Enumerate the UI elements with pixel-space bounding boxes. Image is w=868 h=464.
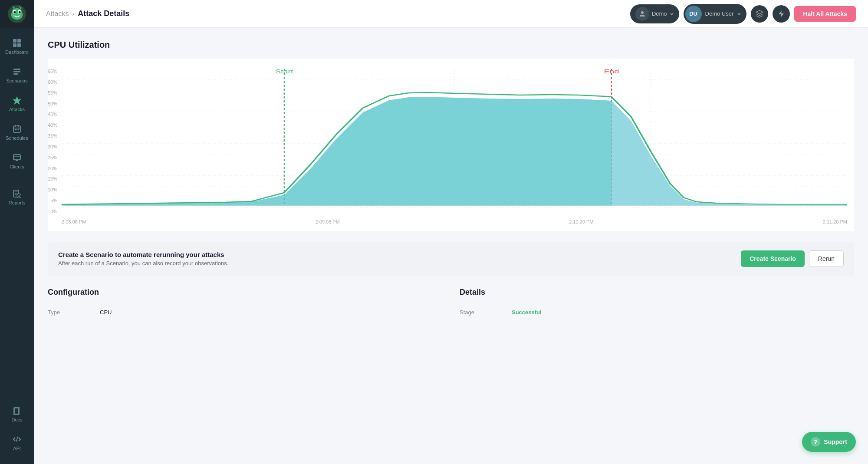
sidebar-item-schedules[interactable]: Schedules bbox=[0, 118, 34, 147]
scenario-banner-title: Create a Scenario to automate rerunning … bbox=[58, 251, 228, 258]
svg-marker-38 bbox=[756, 10, 763, 14]
user-chevron-icon bbox=[737, 12, 741, 16]
chart-x-axis: 2:08:08 PM 2:09:08 PM 2:10:20 PM 2:11:20… bbox=[62, 217, 847, 224]
svg-marker-19 bbox=[13, 96, 21, 105]
svg-rect-13 bbox=[17, 39, 21, 43]
svg-rect-27 bbox=[13, 155, 20, 160]
sidebar-nav: Dashboard Scenarios Attacks bbox=[0, 28, 34, 400]
sidebar-item-dashboard[interactable]: Dashboard bbox=[0, 32, 34, 61]
scenario-actions: Create Scenario Rerun bbox=[741, 250, 844, 267]
support-icon: ? bbox=[811, 437, 820, 447]
header-right: Demo DU Demo User Halt All Atta bbox=[630, 4, 856, 24]
support-button[interactable]: ? Support bbox=[802, 432, 856, 452]
start-label: Start bbox=[275, 69, 293, 75]
svg-point-5 bbox=[13, 11, 16, 13]
clients-icon bbox=[12, 153, 22, 162]
svg-point-37 bbox=[641, 11, 644, 14]
sidebar-item-label: Reports bbox=[9, 200, 26, 205]
header: Attacks › Attack Details Demo DU Demo Us… bbox=[34, 0, 868, 28]
scenarios-icon bbox=[12, 67, 22, 76]
svg-rect-9 bbox=[15, 16, 16, 17]
workspace-icon bbox=[635, 7, 649, 21]
reports-icon bbox=[12, 189, 22, 198]
scenario-banner-desc: After each run of a Scenario, you can al… bbox=[58, 260, 228, 267]
svg-rect-17 bbox=[13, 71, 20, 72]
details-stage-label: Stage bbox=[460, 309, 512, 316]
avatar: DU bbox=[685, 6, 702, 22]
sidebar: Dashboard Scenarios Attacks bbox=[0, 0, 34, 464]
create-scenario-button[interactable]: Create Scenario bbox=[741, 250, 805, 267]
lightning-icon bbox=[778, 10, 784, 18]
configuration-section: Configuration Type CPU bbox=[48, 288, 442, 321]
sidebar-item-label: Schedules bbox=[6, 135, 28, 141]
lightning-button[interactable] bbox=[773, 5, 790, 23]
breadcrumb-separator: › bbox=[72, 10, 74, 17]
details-section: Details Stage Successful bbox=[460, 288, 854, 321]
user-label: Demo User bbox=[705, 10, 734, 17]
details-stage-row: Stage Successful bbox=[460, 304, 854, 321]
svg-rect-15 bbox=[17, 43, 21, 47]
config-type-label: Type bbox=[48, 309, 100, 316]
chart-visualization: Start End bbox=[62, 69, 847, 217]
sidebar-item-label: API bbox=[13, 446, 21, 451]
sidebar-item-label: Scenarios bbox=[7, 78, 28, 83]
workspace-chevron-icon bbox=[670, 12, 674, 16]
chart-title: CPU Utilization bbox=[48, 40, 854, 50]
svg-rect-10 bbox=[16, 16, 17, 18]
svg-point-24 bbox=[15, 129, 16, 130]
sidebar-item-clients[interactable]: Clients bbox=[0, 147, 34, 175]
workspace-label: Demo bbox=[652, 10, 667, 17]
breadcrumb-parent[interactable]: Attacks bbox=[46, 10, 69, 18]
sidebar-item-reports[interactable]: Reports bbox=[0, 183, 34, 211]
svg-rect-16 bbox=[13, 69, 20, 70]
svg-point-35 bbox=[17, 194, 21, 198]
rerun-button[interactable]: Rerun bbox=[809, 250, 844, 267]
docs-icon bbox=[12, 406, 22, 415]
sidebar-item-label: Attacks bbox=[9, 107, 25, 112]
breadcrumb: Attacks › Attack Details bbox=[46, 9, 129, 18]
chart-y-axis: 65% 60% 55% 50% 45% 40% 35% 30% 25% 20% … bbox=[48, 69, 62, 224]
content-area: CPU Utilization 65% 60% 55% 50% 45% 40% … bbox=[34, 28, 868, 464]
attacks-icon bbox=[12, 95, 22, 105]
config-type-row: Type CPU bbox=[48, 304, 442, 321]
details-title: Details bbox=[460, 288, 854, 297]
svg-point-25 bbox=[16, 129, 17, 130]
cpu-chart: 65% 60% 55% 50% 45% 40% 35% 30% 25% 20% … bbox=[48, 59, 854, 231]
sidebar-bottom: Docs API bbox=[0, 400, 34, 464]
sidebar-item-label: Clients bbox=[10, 164, 24, 169]
end-label: End bbox=[604, 69, 619, 75]
layers-icon bbox=[756, 10, 763, 18]
layers-button[interactable] bbox=[751, 5, 768, 23]
svg-rect-14 bbox=[13, 43, 16, 47]
config-details-section: Configuration Type CPU Details Stage Suc… bbox=[48, 288, 854, 321]
chart-svg-area: Start End 2:08:08 PM bbox=[62, 69, 847, 224]
sidebar-item-docs[interactable]: Docs bbox=[0, 400, 34, 428]
api-icon bbox=[12, 434, 22, 444]
halt-all-attacks-button[interactable]: Halt All Attacks bbox=[794, 6, 856, 22]
sidebar-divider bbox=[8, 179, 26, 179]
sidebar-item-label: Docs bbox=[11, 417, 22, 422]
svg-rect-11 bbox=[18, 16, 19, 17]
workspace-selector[interactable]: Demo bbox=[630, 4, 679, 23]
sidebar-item-label: Dashboard bbox=[5, 49, 29, 55]
schedules-icon bbox=[12, 124, 22, 134]
details-stage-value: Successful bbox=[512, 309, 542, 316]
sidebar-item-scenarios[interactable]: Scenarios bbox=[0, 61, 34, 89]
svg-rect-12 bbox=[13, 39, 16, 43]
logo[interactable] bbox=[0, 0, 34, 28]
svg-point-6 bbox=[19, 11, 21, 13]
dashboard-icon bbox=[12, 38, 22, 48]
svg-rect-18 bbox=[13, 73, 18, 75]
scenario-banner: Create a Scenario to automate rerunning … bbox=[48, 242, 854, 276]
main-content: Attacks › Attack Details Demo DU Demo Us… bbox=[34, 0, 868, 464]
svg-point-26 bbox=[18, 129, 19, 130]
sidebar-item-attacks[interactable]: Attacks bbox=[0, 89, 34, 118]
configuration-title: Configuration bbox=[48, 288, 442, 297]
svg-rect-20 bbox=[13, 126, 20, 132]
config-type-value: CPU bbox=[100, 309, 112, 316]
sidebar-item-api[interactable]: API bbox=[0, 428, 34, 457]
support-label: Support bbox=[824, 438, 847, 445]
user-selector[interactable]: DU Demo User bbox=[684, 4, 747, 24]
breadcrumb-current: Attack Details bbox=[78, 9, 129, 18]
svg-line-36 bbox=[16, 437, 18, 442]
